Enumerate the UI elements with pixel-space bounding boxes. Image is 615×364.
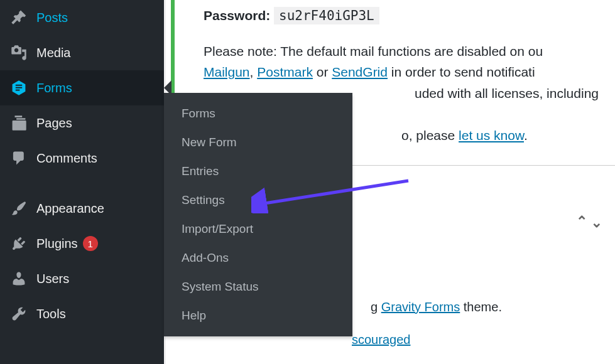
svg-rect-1 [16,85,22,86]
sidebar-item-label: Comments [36,151,97,166]
theme-notice: g Gravity Forms theme. [371,300,502,314]
wrench-icon [10,305,28,323]
password-label: Password: [204,8,270,23]
chevron-up-icon [576,213,587,230]
comments-icon [10,149,28,167]
link-sendgrid[interactable]: SendGrid [332,65,388,79]
sidebar-item-users[interactable]: Users [0,261,164,296]
media-icon [10,44,28,62]
user-icon [10,270,28,287]
sidebar-item-label: Media [36,46,70,60]
link-mailgun[interactable]: Mailgun [204,65,250,79]
update-badge: 1 [83,236,98,251]
submenu-item-entries[interactable]: Entries [164,157,352,186]
sidebar-item-posts[interactable]: Posts [0,0,164,35]
panel-toggle[interactable] [576,213,602,230]
submenu-item-settings[interactable]: Settings [164,186,352,215]
chevron-down-icon [591,213,602,230]
submenu-item-new-form[interactable]: New Form [164,128,352,157]
sidebar-item-pages[interactable]: Pages [0,105,164,141]
link-letusknow[interactable]: let us know [459,128,524,142]
plug-icon [10,235,28,252]
pages-icon [10,114,28,132]
sidebar-item-label: Appearance [36,201,104,216]
notice-text-mid2: uded with all licenses, including [415,86,599,100]
notice-text-mid4: o, please [401,128,459,142]
svg-rect-3 [16,90,20,91]
notice-text-lead: Please note: The default mail functions … [204,44,543,58]
submenu-item-system-status[interactable]: System Status [164,272,352,301]
sidebar-item-media[interactable]: Media [0,35,164,70]
sidebar-item-appearance[interactable]: Appearance [0,191,164,226]
sidebar-item-label: Forms [36,81,72,95]
pin-icon [10,9,28,26]
admin-sidebar: Posts Media Forms Pages Comments Appeara… [0,0,164,364]
svg-rect-2 [16,87,22,88]
notice-text-mid1: in order to send notificati [388,65,535,79]
forms-icon [10,79,28,97]
sidebar-item-label: Users [36,272,69,286]
link-gravity-forms[interactable]: Gravity Forms [381,300,460,314]
password-value: su2rF40iGP3L [274,7,379,24]
notice-text-end: . [524,128,528,142]
sidebar-item-label: Pages [36,116,72,131]
forms-submenu: Forms New Form Entries Settings Import/E… [164,93,352,336]
brush-icon [10,200,28,217]
sidebar-item-label: Tools [36,307,66,321]
sidebar-item-forms[interactable]: Forms [0,70,164,105]
discouraged-link: scouraged [352,333,410,347]
sidebar-item-plugins[interactable]: Plugins 1 [0,226,164,261]
submenu-item-help[interactable]: Help [164,301,352,330]
submenu-item-import-export[interactable]: Import/Export [164,215,352,244]
sidebar-spacer [0,176,164,191]
sidebar-item-label: Posts [36,11,68,25]
link-postmark[interactable]: Postmark [257,65,313,79]
submenu-item-addons[interactable]: Add-Ons [164,244,352,272]
sidebar-item-tools[interactable]: Tools [0,296,164,331]
submenu-item-forms[interactable]: Forms [164,99,352,128]
sidebar-item-label: Plugins [36,237,78,251]
sidebar-item-comments[interactable]: Comments [0,141,164,176]
